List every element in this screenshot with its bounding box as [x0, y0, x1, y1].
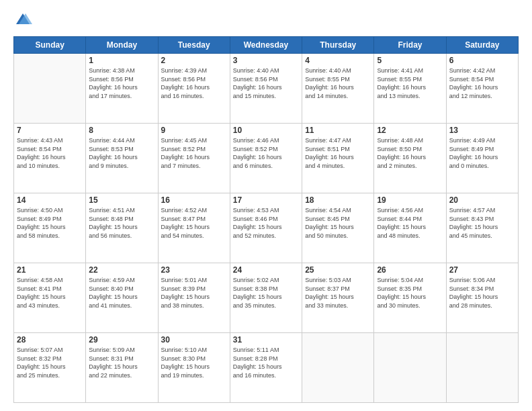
day-info-line: Daylight: 16 hours [161, 154, 210, 161]
day-info-line: Sunset: 8:56 PM [161, 76, 206, 83]
day-info-line: and 14 minutes. [305, 93, 348, 99]
day-info-line: and 12 minutes. [449, 93, 492, 99]
day-number: 10 [233, 126, 299, 135]
calendar-cell: 1Sunrise: 4:38 AMSunset: 8:56 PMDaylight… [86, 54, 158, 124]
day-info-line: and 30 minutes. [377, 302, 420, 309]
day-info-line: Sunset: 8:54 PM [449, 76, 494, 83]
day-info-line: Sunrise: 4:59 AM [89, 277, 135, 283]
calendar-cell: 22Sunrise: 4:59 AMSunset: 8:40 PMDayligh… [86, 263, 158, 333]
day-info-line: and 9 minutes. [89, 163, 128, 169]
calendar-week-row: 1Sunrise: 4:38 AMSunset: 8:56 PMDaylight… [14, 54, 519, 124]
day-info-line: Sunrise: 4:42 AM [449, 67, 496, 74]
calendar-cell: 24Sunrise: 5:02 AMSunset: 8:38 PMDayligh… [230, 263, 302, 333]
weekday-header-friday: Friday [374, 37, 446, 54]
calendar-cell: 9Sunrise: 4:45 AMSunset: 8:52 PMDaylight… [158, 124, 230, 193]
calendar-cell: 17Sunrise: 4:53 AMSunset: 8:46 PMDayligh… [230, 193, 302, 263]
day-info: Sunrise: 5:03 AMSunset: 8:37 PMDaylight:… [305, 276, 371, 310]
day-info: Sunrise: 4:46 AMSunset: 8:52 PMDaylight:… [233, 136, 299, 170]
calendar-cell: 6Sunrise: 4:42 AMSunset: 8:54 PMDaylight… [446, 54, 518, 124]
calendar-cell: 10Sunrise: 4:46 AMSunset: 8:52 PMDayligh… [230, 124, 302, 193]
day-number: 20 [449, 195, 515, 205]
day-info: Sunrise: 5:07 AMSunset: 8:32 PMDaylight:… [17, 346, 83, 379]
day-number: 30 [161, 335, 227, 345]
day-info-line: Sunset: 8:44 PM [377, 216, 422, 222]
day-info: Sunrise: 4:48 AMSunset: 8:50 PMDaylight:… [377, 136, 443, 170]
day-info-line: Daylight: 16 hours [305, 84, 354, 91]
day-number: 26 [377, 265, 443, 275]
calendar-cell: 25Sunrise: 5:03 AMSunset: 8:37 PMDayligh… [302, 263, 374, 333]
day-info: Sunrise: 4:40 AMSunset: 8:55 PMDaylight:… [305, 66, 371, 100]
day-info: Sunrise: 4:42 AMSunset: 8:54 PMDaylight:… [449, 66, 515, 100]
day-info-line: and 52 minutes. [233, 232, 276, 239]
day-info-line: Sunrise: 4:48 AM [377, 137, 423, 144]
calendar-cell: 14Sunrise: 4:50 AMSunset: 8:49 PMDayligh… [14, 193, 86, 263]
day-info-line: Sunset: 8:53 PM [89, 146, 134, 152]
calendar-cell [14, 54, 86, 124]
day-info-line: Sunrise: 5:11 AM [233, 347, 279, 353]
day-info-line: Sunset: 8:55 PM [377, 76, 422, 83]
day-info-line: Sunset: 8:30 PM [161, 355, 206, 362]
day-info-line: and 25 minutes. [17, 372, 60, 379]
day-info-line: and 58 minutes. [17, 232, 60, 239]
day-info-line: and 0 minutes. [449, 163, 489, 169]
day-number: 8 [89, 126, 154, 135]
calendar-cell: 11Sunrise: 4:47 AMSunset: 8:51 PMDayligh… [302, 124, 374, 193]
day-info-line: Sunset: 8:51 PM [305, 146, 350, 152]
calendar-cell [374, 333, 446, 403]
day-info-line: Daylight: 15 hours [449, 224, 498, 230]
day-number: 24 [233, 265, 299, 275]
calendar-cell: 12Sunrise: 4:48 AMSunset: 8:50 PMDayligh… [374, 124, 446, 193]
day-info-line: Sunset: 8:49 PM [449, 146, 494, 152]
day-info-line: and 16 minutes. [161, 93, 204, 99]
day-number: 2 [161, 56, 227, 65]
day-info-line: Sunrise: 4:51 AM [89, 207, 135, 214]
day-info: Sunrise: 4:44 AMSunset: 8:53 PMDaylight:… [89, 136, 154, 170]
day-number: 4 [305, 56, 371, 65]
day-info-line: Sunrise: 5:10 AM [161, 347, 208, 353]
day-info-line: Sunset: 8:54 PM [17, 146, 62, 152]
day-info-line: Sunset: 8:48 PM [89, 216, 134, 222]
day-info-line: Daylight: 15 hours [89, 293, 138, 300]
calendar-week-row: 28Sunrise: 5:07 AMSunset: 8:32 PMDayligh… [14, 333, 519, 403]
day-info-line: Sunrise: 4:52 AM [161, 207, 208, 214]
day-info-line: Sunset: 8:31 PM [89, 355, 134, 362]
day-info-line: Sunrise: 4:39 AM [161, 67, 208, 74]
day-info-line: and 45 minutes. [449, 232, 492, 239]
day-info: Sunrise: 4:54 AMSunset: 8:45 PMDaylight:… [305, 206, 371, 240]
day-info-line: and 13 minutes. [377, 93, 420, 99]
day-info: Sunrise: 4:40 AMSunset: 8:56 PMDaylight:… [233, 66, 299, 100]
day-info-line: and 50 minutes. [305, 232, 348, 239]
day-info: Sunrise: 4:59 AMSunset: 8:40 PMDaylight:… [89, 276, 154, 310]
day-info-line: Sunrise: 4:43 AM [17, 137, 63, 144]
day-info-line: and 56 minutes. [89, 232, 132, 239]
calendar-cell: 28Sunrise: 5:07 AMSunset: 8:32 PMDayligh… [14, 333, 86, 403]
day-info-line: Sunset: 8:39 PM [161, 285, 206, 292]
day-number: 27 [449, 265, 515, 275]
day-number: 25 [305, 265, 371, 275]
day-info-line: Sunrise: 4:40 AM [233, 67, 279, 74]
day-number: 3 [233, 56, 299, 65]
weekday-header-tuesday: Tuesday [158, 37, 230, 54]
day-info-line: and 35 minutes. [233, 302, 276, 309]
day-info-line: Daylight: 16 hours [17, 154, 66, 161]
day-info: Sunrise: 5:10 AMSunset: 8:30 PMDaylight:… [161, 346, 227, 379]
day-info: Sunrise: 4:52 AMSunset: 8:47 PMDaylight:… [161, 206, 227, 240]
day-info-line: and 48 minutes. [377, 232, 420, 239]
calendar-cell [446, 333, 518, 403]
day-info-line: Daylight: 15 hours [89, 363, 138, 370]
day-number: 14 [17, 195, 83, 205]
day-number: 1 [89, 56, 154, 65]
day-info-line: Sunrise: 5:03 AM [305, 277, 351, 283]
calendar-cell: 18Sunrise: 4:54 AMSunset: 8:45 PMDayligh… [302, 193, 374, 263]
day-info-line: Sunset: 8:32 PM [17, 355, 62, 362]
day-info-line: Sunrise: 4:53 AM [233, 207, 279, 214]
day-info-line: Sunset: 8:34 PM [449, 285, 494, 292]
weekday-header-row: SundayMondayTuesdayWednesdayThursdayFrid… [14, 37, 519, 54]
day-info-line: Daylight: 15 hours [233, 293, 282, 300]
day-info-line: Sunset: 8:40 PM [89, 285, 134, 292]
day-info-line: Sunrise: 5:02 AM [233, 277, 279, 283]
weekday-header-sunday: Sunday [14, 37, 86, 54]
day-info-line: Sunset: 8:47 PM [161, 216, 206, 222]
day-info: Sunrise: 4:45 AMSunset: 8:52 PMDaylight:… [161, 136, 227, 170]
calendar-cell: 30Sunrise: 5:10 AMSunset: 8:30 PMDayligh… [158, 333, 230, 403]
